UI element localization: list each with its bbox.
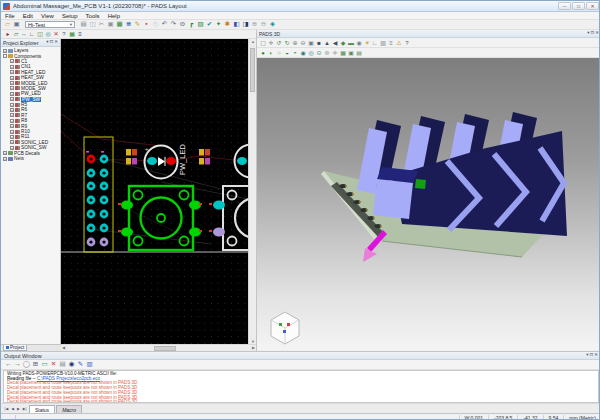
help-3d-icon[interactable]: ? [403,39,411,47]
pan-3d-icon[interactable]: ✛ [267,39,275,47]
menu-help[interactable]: Help [104,13,124,19]
scroll-right-icon[interactable]: ▶ [252,345,255,350]
smd-pad-cluster[interactable] [126,149,137,165]
chip-icon[interactable]: ▪ [142,20,151,29]
front-view-icon[interactable]: ■ [315,39,323,47]
design-toolbar-icon[interactable]: ◫ [36,30,44,38]
export-3d-icon[interactable]: ▤ [355,49,363,57]
panel-menu-icon[interactable]: ▾ [586,353,588,358]
snapshot-icon[interactable]: ▣ [347,49,355,57]
expander-icon[interactable]: + [10,119,14,123]
switch2-footprint[interactable] [209,186,248,250]
via-icon[interactable]: ◎ [44,30,52,38]
shaded-mode-icon[interactable]: ● [259,49,267,57]
expander-icon[interactable]: + [10,97,14,101]
expander-icon[interactable]: + [10,81,14,85]
camera-icon[interactable]: ◉ [355,39,363,47]
drafting-toolbar-icon[interactable]: ▱ [12,30,20,38]
vscroll-thumb[interactable] [250,48,255,92]
panel-menu-icon[interactable]: ▾ [46,40,48,45]
silkscreen-layer-icon[interactable]: ⊙ [315,49,323,57]
tab-status[interactable]: Status [29,405,55,413]
macro-icon[interactable]: ≡ [76,30,84,38]
light-icon[interactable]: ☀ [363,39,371,47]
open-icon[interactable]: ▱ [3,20,12,29]
maximize-button[interactable]: □ [572,2,585,10]
eco-mode-icon[interactable]: ✦ [214,20,223,29]
undo-icon[interactable]: ↶ [160,20,169,29]
autoroute-icon[interactable]: ▨ [196,20,205,29]
components-layer-icon[interactable]: ◎ [307,49,315,57]
clear-icon[interactable]: ▭ [40,360,49,369]
tab-macro[interactable]: Macro [56,405,82,413]
expander-icon[interactable]: + [10,146,14,150]
view-cube[interactable] [271,312,299,344]
copy-icon[interactable]: ▣ [106,20,115,29]
measure-3d-icon[interactable]: ∟ [371,39,379,47]
expander-icon[interactable]: + [10,140,14,144]
redo-icon[interactable]: ↷ [169,20,178,29]
nav-forward-icon[interactable]: → [13,360,22,369]
close-button[interactable]: ✕ [586,2,599,10]
cut-icon[interactable]: ✂ [97,20,106,29]
expander-icon[interactable]: + [3,151,7,155]
led2-footprint[interactable] [235,145,249,178]
edit-output-icon[interactable]: ✎ [76,360,85,369]
expander-icon[interactable]: + [10,70,14,74]
dimensioning-icon[interactable]: ↔ [20,30,28,38]
tab-nav-icon[interactable]: ▶| [21,407,28,411]
board-setup-icon[interactable]: ▦ [115,20,124,29]
nav-back-icon[interactable]: ← [4,360,13,369]
tree-item-nets[interactable]: +Nets [1,156,60,161]
iso-view-icon[interactable]: ◆ [339,39,347,47]
zoom-out-3d-icon[interactable]: ⊖ [299,39,307,47]
board-layer-icon[interactable]: ◉ [299,49,307,57]
board-view-icon[interactable]: ▬ [347,39,355,47]
plot-icon[interactable]: ◫ [88,20,97,29]
stop-icon[interactable]: ◯ [22,360,31,369]
warning-icon[interactable]: ⚠ [395,39,403,47]
dock-icon[interactable]: ⊞ [31,360,40,369]
expander-icon[interactable]: + [10,86,14,90]
pwsw-footprint-selected[interactable] [118,186,202,250]
zoom-in-icon[interactable]: ⊕ [250,20,259,29]
pads3d-launch-icon[interactable]: ◈ [268,20,277,29]
grid-3d-icon[interactable]: ▦ [339,49,347,57]
grid-icon[interactable]: ▦ [68,30,76,38]
fit-view-icon[interactable]: ▣ [307,39,315,47]
route-editing-icon[interactable]: ∟ [28,30,36,38]
top-view-icon[interactable]: ▲ [323,39,331,47]
options-3d-icon[interactable]: ≡ [387,39,395,47]
expander-icon[interactable]: + [10,124,14,128]
panel-pin-icon[interactable]: ⊡ [590,31,594,36]
expander-icon[interactable]: + [3,49,7,53]
side-view-icon[interactable]: ◀ [331,39,339,47]
chevron-down-icon[interactable]: ▾ [70,22,72,27]
tab-nav-icon[interactable]: |◀ [3,407,10,411]
view-3d-canvas[interactable] [257,58,600,350]
expander-icon[interactable]: + [10,92,14,96]
view3d-icon[interactable]: ◧ [232,20,241,29]
copper-layer-icon[interactable]: ⊚ [323,49,331,57]
print-output-icon[interactable]: ▤ [58,360,67,369]
panel-close-icon[interactable]: ✕ [595,31,599,36]
expander-icon[interactable]: + [10,76,14,80]
scroll-left-icon[interactable]: ◀ [62,345,65,350]
query-icon[interactable]: ? [60,30,68,38]
expander-icon[interactable]: + [10,103,14,107]
origin-marker-icon[interactable]: ✛ [331,49,339,57]
output-log[interactable]: Writing PADS-POWERPCB-V10.0-METRIC ASCII… [3,370,599,403]
route-icon[interactable]: ┏ [187,20,196,29]
panel-menu-icon[interactable]: ▾ [587,31,589,36]
expander-icon[interactable]: - [3,54,7,58]
panel-pin-icon[interactable]: ⊡ [49,40,53,45]
menu-file[interactable]: File [1,13,19,19]
rotate-right-icon[interactable]: ↻ [283,39,291,47]
shaded-wire-icon[interactable]: ◐ [267,49,275,57]
transparency-icon[interactable]: ◒ [283,49,291,57]
save-icon[interactable]: ▣ [12,20,21,29]
layout-2d-canvas[interactable]: + PW_LED [61,39,248,344]
layer-icon[interactable]: ≣ [124,20,133,29]
vertical-scrollbar[interactable]: ▲ ▼ [248,39,256,344]
zoom-in-3d-icon[interactable]: ⊕ [291,39,299,47]
